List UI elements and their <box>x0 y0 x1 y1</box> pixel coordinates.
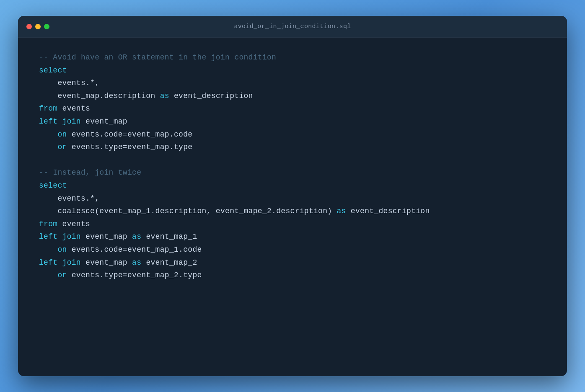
code-line-15: on events.code=event_map_1.code <box>39 243 546 256</box>
code-editor[interactable]: -- Avoid have an OR statement in the joi… <box>18 38 567 376</box>
code-line-17: or events.type=event_map_2.type <box>39 269 546 282</box>
code-line-11: events.*, <box>39 192 546 205</box>
code-line-10: select <box>39 179 546 192</box>
code-line-14: left join event_map as event_map_1 <box>39 230 546 243</box>
code-line-13: from events <box>39 218 546 231</box>
editor-window: avoid_or_in_join_condition.sql -- Avoid … <box>18 16 567 376</box>
code-line-1: -- Avoid have an OR statement in the joi… <box>39 51 546 64</box>
code-line-8: or events.type=event_map.type <box>39 141 546 154</box>
code-line-4: event_map.description as event_descripti… <box>39 90 546 103</box>
minimize-button[interactable] <box>35 24 41 29</box>
blank-line <box>39 154 546 167</box>
close-button[interactable] <box>26 24 32 29</box>
code-line-9: -- Instead, join twice <box>39 166 546 179</box>
window-title: avoid_or_in_join_condition.sql <box>234 23 351 30</box>
code-line-3: events.*, <box>39 77 546 90</box>
titlebar: avoid_or_in_join_condition.sql <box>18 16 567 38</box>
code-line-5: from events <box>39 102 546 115</box>
code-line-12: coalesce(event_map_1.description, event_… <box>39 205 546 218</box>
code-line-6: left join event_map <box>39 115 546 128</box>
code-line-2: select <box>39 64 546 77</box>
maximize-button[interactable] <box>44 24 49 29</box>
code-line-16: left join event_map as event_map_2 <box>39 256 546 269</box>
code-line-7: on events.code=event_map.code <box>39 128 546 141</box>
traffic-lights <box>26 24 49 29</box>
